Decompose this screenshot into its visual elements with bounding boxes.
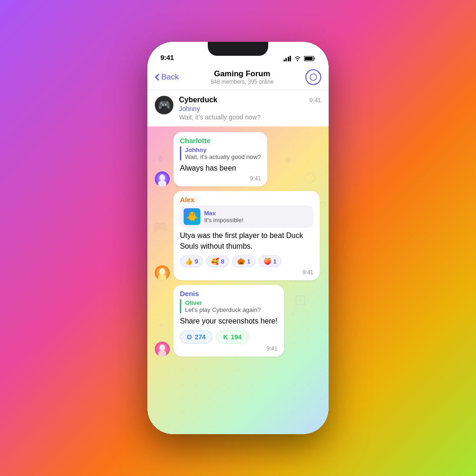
wifi-icon: [294, 56, 301, 61]
svg-rect-2: [305, 57, 313, 60]
denis-reply: Oliver Let's play Cyberduck again?: [180, 299, 278, 313]
vote-o-count: 274: [195, 333, 205, 341]
alex-reply-author: Max: [204, 210, 244, 217]
charlotte-bubble[interactable]: Charlotte Johhny Wait, it's actually goo…: [173, 132, 267, 186]
back-button[interactable]: Back: [155, 73, 179, 82]
battery-icon: [304, 56, 316, 61]
reaction-peach-emoji: 🍑: [264, 258, 271, 265]
first-msg-header: Cyberduck 9:41: [179, 96, 321, 104]
alex-time-row: 9:41: [180, 269, 313, 276]
vote-k-count: 194: [231, 333, 241, 341]
charlotte-reply-author: Johhny: [185, 146, 261, 153]
denis-msg-row: Denis Oliver Let's play Cyberduck again?…: [155, 285, 321, 356]
first-message: 🎮 Cyberduck 9:41 Johnny Wait, it's actua…: [147, 90, 329, 126]
vote-buttons: O 274 K 194: [180, 331, 278, 344]
channel-subtitle: 848 members, 395 online: [211, 79, 273, 85]
avatar-icon: [310, 73, 317, 81]
svg-point-22: [159, 344, 165, 351]
nav-title-group: Gaming Forum 848 members, 395 online: [211, 69, 273, 85]
svg-point-0: [297, 60, 298, 61]
reaction-love[interactable]: 🥰 8: [206, 255, 229, 267]
svg-point-19: [159, 268, 165, 275]
chat-area: ♦ ✦ ☆ ⊕ ◈ ⬡ 🎮 ⊞ ⊡ ✦ ◇: [147, 126, 329, 434]
reaction-pumpkin[interactable]: 🎃 1: [232, 255, 255, 267]
reaction-thumbsup-count: 9: [195, 258, 198, 265]
charlotte-reply: Johhny Wait, it's actually good now?: [180, 146, 261, 160]
back-label: Back: [161, 73, 179, 82]
phone-frame: 9:41: [147, 42, 329, 434]
first-msg-reply-text: Wait, it's actually good now?: [179, 113, 321, 121]
alex-reply-text: It's impossible!: [204, 217, 244, 224]
alex-avatar: [155, 265, 170, 280]
denis-sender: Denis: [180, 290, 278, 298]
reply-thumb: 🐥: [184, 208, 200, 225]
charlotte-avatar: [155, 172, 170, 186]
first-msg-content: Cyberduck 9:41 Johnny Wait, it's actuall…: [179, 96, 321, 121]
denis-time-row: 9:41: [180, 345, 278, 352]
reaction-love-emoji: 🥰: [211, 258, 219, 265]
svg-point-3: [310, 74, 317, 80]
reaction-thumbsup-emoji: 👍: [185, 258, 193, 265]
denis-text: Share your screenshots here!: [180, 316, 278, 326]
signal-icon: [284, 56, 291, 61]
first-msg-time: 9:41: [310, 97, 321, 104]
reaction-pumpkin-count: 1: [247, 258, 250, 265]
vote-k-label: K: [223, 333, 228, 341]
vote-k-button[interactable]: K 194: [216, 331, 248, 344]
denis-avatar: [155, 342, 170, 357]
alex-time: 9:41: [303, 269, 313, 276]
alex-reply: 🐥 Max It's impossible!: [180, 205, 313, 228]
charlotte-time-row: 9:41: [180, 175, 261, 182]
reaction-pumpkin-emoji: 🎃: [237, 258, 245, 265]
alex-sender: Alex: [180, 196, 313, 204]
charlotte-reply-text: Wait, it's actually good now?: [185, 153, 261, 160]
reaction-thumbsup[interactable]: 👍 9: [180, 255, 203, 267]
back-chevron-icon: [155, 73, 159, 81]
vote-o-label: O: [187, 333, 192, 341]
vote-o-button[interactable]: O 274: [180, 331, 212, 344]
channel-avatar[interactable]: [305, 69, 321, 85]
phone-screen: 9:41: [147, 42, 329, 434]
cyberduck-avatar: 🎮: [155, 96, 173, 114]
charlotte-time: 9:41: [250, 175, 261, 182]
status-icons: [284, 56, 316, 61]
status-time: 9:41: [160, 53, 174, 61]
alex-bubble[interactable]: Alex 🐥 Max It's impossible! Utya was the…: [173, 191, 320, 280]
denis-bubble[interactable]: Denis Oliver Let's play Cyberduck again?…: [173, 285, 284, 356]
nav-bar: Back Gaming Forum 848 members, 395 onlin…: [147, 64, 329, 90]
denis-reply-text: Let's play Cyberduck again?: [185, 306, 278, 313]
denis-reply-author: Oliver: [185, 299, 278, 306]
charlotte-msg-row: Charlotte Johhny Wait, it's actually goo…: [155, 132, 321, 186]
charlotte-text: Always has been: [180, 163, 261, 173]
reaction-love-count: 8: [221, 258, 224, 265]
alex-text: Utya was the first player to beat Duck S…: [180, 231, 313, 251]
first-msg-sender: Cyberduck: [179, 96, 218, 104]
alex-reactions: 👍 9 🥰 8 🎃 1 🍑 1: [180, 255, 313, 267]
phone-notch: [208, 42, 268, 56]
first-msg-reply-name: Johnny: [179, 105, 321, 112]
channel-title: Gaming Forum: [211, 69, 273, 79]
alex-msg-row: Alex 🐥 Max It's impossible! Utya was the…: [155, 191, 321, 280]
reaction-peach-count: 1: [273, 258, 277, 265]
svg-point-16: [159, 174, 165, 181]
charlotte-sender: Charlotte: [180, 137, 261, 145]
reply-img-content: Max It's impossible!: [204, 210, 244, 224]
denis-time: 9:41: [267, 345, 278, 352]
reaction-peach[interactable]: 🍑 1: [258, 255, 282, 267]
